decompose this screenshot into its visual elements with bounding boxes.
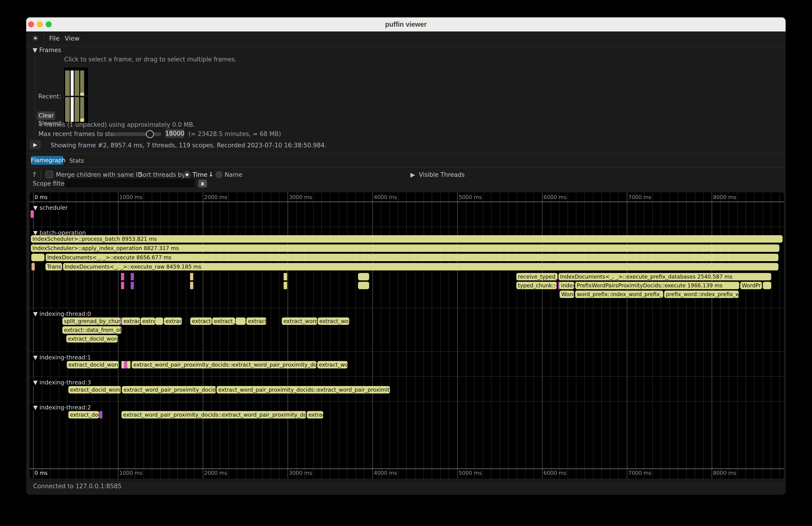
scope-bar[interactable]: extra	[141, 318, 155, 325]
flamegraph-canvas[interactable]: 0 ms0 ms1000 ms1000 ms2000 ms2000 ms3000…	[30, 192, 784, 479]
scope-bar[interactable]: extract_wo	[317, 361, 348, 368]
scope-bar-small[interactable]	[31, 263, 35, 271]
frames-usage-info: 4 frames (1 unpacked) using approximatel…	[39, 121, 195, 128]
timeline-top-rule	[30, 202, 784, 202]
separator	[26, 167, 786, 167]
scope-bar-small[interactable]	[190, 273, 193, 280]
scope-bar[interactable]: extract_word_pair_proximity_docids::extr…	[121, 411, 306, 419]
scope-bar-small[interactable]	[284, 282, 287, 289]
thread-header[interactable]: ▼ indexing-thread:2	[33, 404, 93, 411]
tick-label: 8000 ms	[713, 194, 736, 200]
scope-bar[interactable]: IndexDocuments<_, _>::execute_prefix_dat…	[559, 273, 771, 280]
scope-bar-small[interactable]	[121, 273, 124, 280]
merge-children-checkbox[interactable]	[46, 171, 53, 178]
scope-filter-input[interactable]	[64, 179, 195, 188]
scope-bar-small[interactable]	[190, 282, 193, 289]
scope-bar-small[interactable]	[236, 318, 246, 325]
scope-bar[interactable]: extract_docid_word	[68, 386, 121, 393]
scope-bar[interactable]: prefix_word::index_prefix_wo	[664, 291, 739, 298]
scope-bar-small[interactable]	[131, 273, 134, 280]
scope-bar-small[interactable]	[763, 282, 771, 289]
visible-threads-header[interactable]: ▶ Visible Threads	[410, 171, 465, 178]
menu-file[interactable]: File	[49, 35, 60, 42]
menu-separator	[44, 33, 44, 44]
play-pause-button[interactable]: ▶	[30, 140, 41, 149]
scope-bar[interactable]: extract_doc	[68, 411, 99, 419]
recent-frame-thumbnail[interactable]	[63, 67, 89, 100]
help-button[interactable]: ?	[33, 171, 36, 178]
clear-frames-button[interactable]: Clear	[37, 112, 55, 120]
scope-bar[interactable]: extract_wo	[318, 318, 349, 325]
scope-bar[interactable]: extract_word_pair_proximity_docids::extr…	[132, 361, 317, 368]
thread-header[interactable]: ▼ indexing-thread:0	[33, 310, 93, 317]
scope-bar[interactable]: WordPr	[740, 282, 762, 289]
scope-bar[interactable]: word_prefix::index_word_prefix_	[575, 291, 663, 298]
thread-header[interactable]: ▼ indexing-thread:3	[33, 379, 93, 386]
scope-bar[interactable]: IndexDocuments<_, _>::execute 8656.677 m…	[46, 254, 779, 261]
scope-bar[interactable]: extrac	[307, 411, 323, 419]
scope-bar-small[interactable]	[31, 210, 34, 218]
scope-bar[interactable]: extrac	[164, 318, 182, 325]
menu-bar: ☀ File View	[26, 31, 786, 46]
scope-bar[interactable]: extract_docid_word	[67, 361, 119, 368]
sort-name-label[interactable]: Name	[224, 171, 242, 178]
tick-label: 1000 ms	[119, 470, 143, 476]
sort-time-radio[interactable]	[184, 171, 190, 178]
scope-bar[interactable]: extract_docid_word	[66, 335, 118, 342]
scope-bar[interactable]: IndexDocuments<_, _>::execute_raw 8459.1…	[63, 263, 779, 271]
scope-bar[interactable]: index	[560, 282, 574, 289]
scope-bar-small[interactable]	[124, 361, 127, 368]
slider-knob[interactable]	[146, 130, 154, 138]
thread-header[interactable]: ▼ scheduler	[33, 204, 70, 211]
clear-filter-button[interactable]: x	[198, 179, 207, 188]
scope-bar-small[interactable]	[358, 282, 369, 289]
scope-bar[interactable]: IndexScheduler>::apply_index_operation 8…	[31, 245, 779, 252]
scope-bar-small[interactable]	[155, 318, 163, 325]
tick-label: 2000 ms	[204, 470, 227, 476]
tick-label: 3000 ms	[289, 470, 312, 476]
sort-time-label[interactable]: Time	[192, 171, 207, 178]
scope-bar[interactable]: extract	[122, 318, 140, 325]
thread-separator	[30, 401, 784, 402]
visible-threads-label: Visible Threads	[419, 171, 465, 178]
menu-view[interactable]: View	[65, 35, 79, 42]
scope-bar[interactable]: split_grenad_by_chun	[62, 318, 120, 325]
scope-bar-small[interactable]	[127, 361, 130, 368]
sort-name-radio[interactable]	[216, 171, 222, 178]
max-frames-slider[interactable]	[114, 132, 161, 136]
scope-bar-small[interactable]	[99, 411, 102, 419]
thread-separator	[30, 227, 784, 227]
thread-separator	[30, 308, 784, 308]
scope-bar[interactable]: extract::data_from_ob	[62, 326, 121, 334]
scope-bar[interactable]: extract	[246, 318, 266, 325]
frame-bar	[75, 97, 79, 122]
scope-bar[interactable]: extract_	[190, 318, 212, 325]
frames-section-header[interactable]: ▼ Frames	[33, 47, 61, 54]
max-frames-value[interactable]: 18000	[165, 129, 184, 138]
scope-bar[interactable]: Word	[560, 291, 574, 298]
slowest-frame-thumbnail[interactable]	[63, 96, 89, 123]
scope-bar-small[interactable]	[358, 273, 369, 280]
scope-bar[interactable]: receive_typed_	[516, 273, 557, 280]
sort-direction-arrow-icon[interactable]: ↓	[208, 171, 214, 178]
scope-bar[interactable]: extract_word_pair_proximity_docids::extr…	[217, 386, 390, 393]
scope-bar[interactable]: extract_word_pair_proximity_docids	[122, 386, 216, 393]
scope-bar[interactable]: extract_word	[282, 318, 317, 325]
tick-label: 6000 ms	[543, 194, 567, 200]
scope-bar-small[interactable]	[284, 273, 287, 280]
tab-stats[interactable]: Stats	[69, 157, 84, 164]
scope-bar[interactable]: IndexScheduler>::process_batch 8953.821 …	[31, 235, 783, 243]
scope-bar[interactable]: extract_	[212, 318, 235, 325]
scope-bar[interactable]: PrefixWordPairsProximityDocids::execute …	[575, 282, 739, 289]
scope-bar[interactable]: typed_chunk::w	[516, 282, 557, 289]
frame-bar	[65, 97, 70, 122]
scope-bar[interactable]: Trans	[45, 263, 62, 271]
thread-header[interactable]: ▼ indexing-thread:1	[33, 354, 93, 361]
tab-flamegraph[interactable]: Flamegraph	[31, 156, 63, 165]
title-bar: puffin viewer	[26, 17, 786, 31]
theme-toggle-icon[interactable]: ☀	[32, 34, 39, 42]
scope-bar-small[interactable]	[131, 282, 134, 289]
scope-bar-small[interactable]	[121, 282, 124, 289]
connection-status: Connected to 127.0.0.1:8585	[33, 483, 122, 490]
scope-bar-small[interactable]	[31, 254, 44, 261]
